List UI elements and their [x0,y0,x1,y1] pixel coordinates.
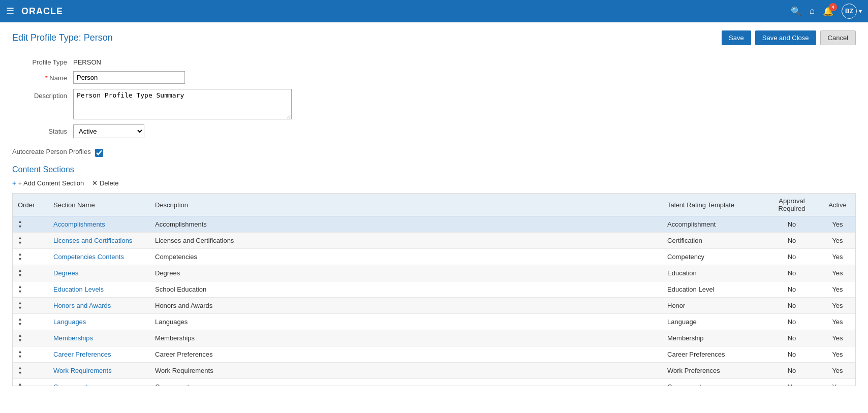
sort-down-arrow[interactable]: ▼ [18,338,22,343]
section-name-link[interactable]: Competencies Contents [53,253,124,261]
section-name-link[interactable]: Memberships [53,334,93,342]
active-cell: Yes [820,216,855,233]
order-cell: ▲ ▼ [13,281,48,298]
approval-required-cell: No [764,363,820,379]
section-name-link[interactable]: Accomplishments [53,220,105,228]
sort-up-arrow[interactable]: ▲ [18,333,22,338]
talent-rating-cell: Education Level [662,281,764,298]
section-name-link[interactable]: Honors and Awards [53,302,111,309]
table-row: ▲ ▼ Honors and AwardsHonors and AwardsHo… [13,298,855,314]
section-name-link[interactable]: Languages [53,318,86,326]
active-cell: Yes [820,363,855,379]
table-row: ▲ ▼ DegreesDegreesEducationNoYes [13,265,855,281]
delete-button[interactable]: ✕ Delete [92,179,118,187]
col-order: Order [13,194,48,216]
top-navigation: ☰ ORACLE 🔍 ⌂ 🔔 4 BZ ▾ [0,0,868,22]
table-row: ▲ ▼ Work RequirementsWork RequirementsWo… [13,363,855,379]
description-textarea[interactable]: Person Profile Type Summary [73,89,292,119]
order-cell: ▲ ▼ [13,298,48,314]
description-cell: Degrees [150,265,662,281]
notification-badge: 4 [829,3,837,11]
section-name-link[interactable]: Career Preferences [53,351,111,358]
approval-required-cell: No [764,314,820,330]
save-and-close-button[interactable]: Save and Close [755,30,816,45]
sort-down-arrow[interactable]: ▼ [18,290,22,294]
home-icon[interactable]: ⌂ [810,6,815,16]
section-name-cell: Components [48,379,150,387]
active-cell: Yes [820,265,855,281]
page-header: Edit Profile Type: Person Save Save and … [12,30,856,45]
approval-required-cell: No [764,249,820,265]
description-cell: Competencies [150,249,662,265]
col-talent-rating: Talent Rating Template [662,194,764,216]
talent-rating-cell: Membership [662,330,764,346]
description-cell: Components [150,379,662,387]
sort-up-arrow[interactable]: ▲ [18,366,22,370]
name-input[interactable] [73,71,185,84]
section-name-link[interactable]: Work Requirements [53,367,112,374]
hamburger-menu-icon[interactable]: ☰ [6,6,14,17]
notification-icon[interactable]: 🔔 4 [823,6,833,17]
table-row: ▲ ▼ Competencies ContentsCompetenciesCom… [13,249,855,265]
status-select[interactable]: Active Inactive [73,124,144,138]
autocreate-label: Autocreate Person Profiles [12,148,91,155]
section-name-cell: Memberships [48,330,150,346]
col-approval-required: Approval Required [764,194,820,216]
user-menu[interactable]: BZ ▾ [842,4,862,19]
edit-form: Profile Type PERSON Name Description Per… [12,55,856,138]
description-cell: Career Preferences [150,346,662,363]
section-name-link[interactable]: Licenses and Certifications [53,237,132,244]
sort-up-arrow[interactable]: ▲ [18,268,22,273]
approval-required-cell: No [764,330,820,346]
user-avatar: BZ [842,4,857,19]
description-cell: School Education [150,281,662,298]
sort-up-arrow[interactable]: ▲ [18,350,22,354]
order-cell: ▲ ▼ [13,363,48,379]
table-row: ▲ ▼ AccomplishmentsAccomplishmentsAccomp… [13,216,855,233]
active-cell: Yes [820,379,855,387]
sort-up-arrow[interactable]: ▲ [18,382,22,386]
talent-rating-cell: Component [662,379,764,387]
order-cell: ▲ ▼ [13,330,48,346]
sort-up-arrow[interactable]: ▲ [18,219,22,224]
sort-down-arrow[interactable]: ▼ [18,355,22,359]
section-name-link[interactable]: Education Levels [53,285,104,293]
sort-down-arrow[interactable]: ▼ [18,306,22,310]
approval-required-cell: No [764,346,820,363]
add-button-label: + Add Content Section [18,179,84,187]
sort-down-arrow[interactable]: ▼ [18,273,22,278]
description-cell: Memberships [150,330,662,346]
active-cell: Yes [820,346,855,363]
talent-rating-cell: Language [662,314,764,330]
autocreate-row: Autocreate Person Profiles [12,146,856,157]
nav-left: ☰ ORACLE [6,6,63,17]
section-name-link[interactable]: Degrees [53,269,78,277]
section-name-cell: Degrees [48,265,150,281]
sort-down-arrow[interactable]: ▼ [18,371,22,375]
sort-up-arrow[interactable]: ▲ [18,317,22,322]
add-icon: + [12,179,16,187]
section-name-cell: Work Requirements [48,363,150,379]
autocreate-checkbox[interactable] [95,149,103,157]
search-icon[interactable]: 🔍 [791,6,801,17]
nav-right: 🔍 ⌂ 🔔 4 BZ ▾ [791,4,862,19]
approval-required-cell: No [764,298,820,314]
table-row: ▲ ▼ Education LevelsSchool EducationEduc… [13,281,855,298]
sort-up-arrow[interactable]: ▲ [18,284,22,289]
cancel-button[interactable]: Cancel [820,30,856,45]
sort-up-arrow[interactable]: ▲ [18,301,22,305]
approval-required-cell: No [764,265,820,281]
status-row: Status Active Inactive [12,124,856,138]
section-name-link[interactable]: Components [53,383,91,386]
sort-up-arrow[interactable]: ▲ [18,252,22,257]
save-button[interactable]: Save [722,30,751,45]
sort-up-arrow[interactable]: ▲ [18,236,22,240]
sort-down-arrow[interactable]: ▼ [18,322,22,327]
section-name-cell: Honors and Awards [48,298,150,314]
profile-type-label: Profile Type [12,55,73,66]
sort-down-arrow[interactable]: ▼ [18,257,22,262]
section-name-cell: Accomplishments [48,216,150,233]
sort-down-arrow[interactable]: ▼ [18,225,22,229]
add-content-section-button[interactable]: + + Add Content Section [12,179,84,187]
sort-down-arrow[interactable]: ▼ [18,241,22,245]
